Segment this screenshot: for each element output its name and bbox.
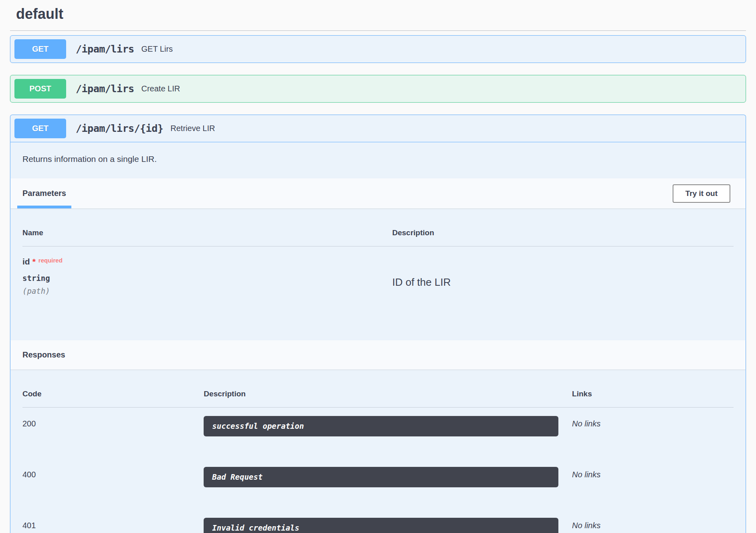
response-row-200: 200 successful operation No links (22, 408, 734, 436)
responses-table: Code Description Links 200 successful op… (10, 369, 746, 533)
parameter-name-cell: id*required string (path) (22, 257, 392, 295)
opblock-summary-get-lirs[interactable]: GET /ipam/lirs GET Lirs (10, 36, 746, 63)
required-label: required (38, 257, 63, 264)
responses-section-header: Responses (10, 340, 746, 369)
parameters-table: Name Description id*required string (pat… (10, 208, 746, 340)
tab-parameters-label: Parameters (22, 189, 66, 198)
parameter-name: id*required (22, 257, 392, 266)
responses-table-head: Code Description Links (22, 383, 734, 408)
response-description-cell: successful operation (204, 416, 566, 436)
response-description: Invalid credentials (204, 518, 558, 533)
response-row-400: 400 Bad Request No links (22, 458, 734, 487)
response-description-cell: Invalid credentials (204, 518, 566, 533)
opblock-path: /ipam/lirs/{id} (76, 123, 163, 134)
parameters-section-header: Parameters Try it out (10, 178, 746, 208)
try-it-out-button[interactable]: Try it out (673, 184, 730, 203)
opblock-get-lir-by-id: GET /ipam/lirs/{id} Retrieve LIR Returns… (10, 115, 746, 533)
parameter-description: ID of the LIR (392, 276, 734, 289)
response-code: 400 (22, 467, 204, 487)
column-header-description: Description (204, 390, 566, 398)
column-header-links: Links (566, 390, 734, 398)
opblock-summary-text: Retrieve LIR (170, 124, 215, 133)
opblock-summary-post-lirs[interactable]: POST /ipam/lirs Create LIR (10, 75, 746, 102)
parameter-type: string (22, 274, 392, 283)
parameter-description-cell: ID of the LIR (392, 257, 734, 295)
method-badge-get: GET (14, 119, 66, 138)
response-links: No links (566, 518, 734, 533)
parameter-location: (path) (22, 287, 392, 295)
tab-active-underline (17, 206, 71, 208)
opblock-body: Returns information on a single LIR. Par… (10, 142, 746, 533)
response-description: Bad Request (204, 467, 558, 487)
method-badge-post: POST (14, 79, 66, 99)
tag-divider (10, 30, 746, 31)
tag-section-header[interactable]: default (10, 0, 746, 30)
tab-parameters[interactable]: Parameters (17, 178, 71, 208)
column-header-code: Code (22, 390, 204, 398)
opblock-get-lirs: GET /ipam/lirs GET Lirs (10, 35, 746, 63)
column-header-name: Name (22, 228, 392, 237)
required-asterisk: * (32, 257, 36, 266)
parameters-table-head: Name Description (22, 222, 734, 246)
method-badge-get: GET (14, 39, 66, 59)
response-code: 200 (22, 416, 204, 436)
opblock-summary-text: GET Lirs (141, 44, 173, 54)
opblock-path: /ipam/lirs (76, 83, 134, 95)
parameter-row-id: id*required string (path) ID of the LIR (22, 246, 734, 295)
response-links: No links (566, 416, 734, 436)
opblock-summary-text: Create LIR (141, 84, 180, 93)
column-header-description: Description (392, 228, 734, 237)
opblock-path: /ipam/lirs (76, 43, 134, 55)
response-row-401: 401 Invalid credentials No links (22, 509, 734, 533)
response-links: No links (566, 467, 734, 487)
operation-description: Returns information on a single LIR. (10, 142, 746, 178)
opblock-post-lirs: POST /ipam/lirs Create LIR (10, 75, 746, 103)
api-docs-page: default GET /ipam/lirs GET Lirs POST /ip… (0, 0, 756, 533)
tag-title: default (16, 6, 63, 22)
response-description-cell: Bad Request (204, 467, 566, 487)
opblock-summary-get-lir-by-id[interactable]: GET /ipam/lirs/{id} Retrieve LIR (10, 115, 746, 142)
responses-title: Responses (22, 350, 65, 359)
response-code: 401 (22, 518, 204, 533)
response-description: successful operation (204, 416, 558, 436)
